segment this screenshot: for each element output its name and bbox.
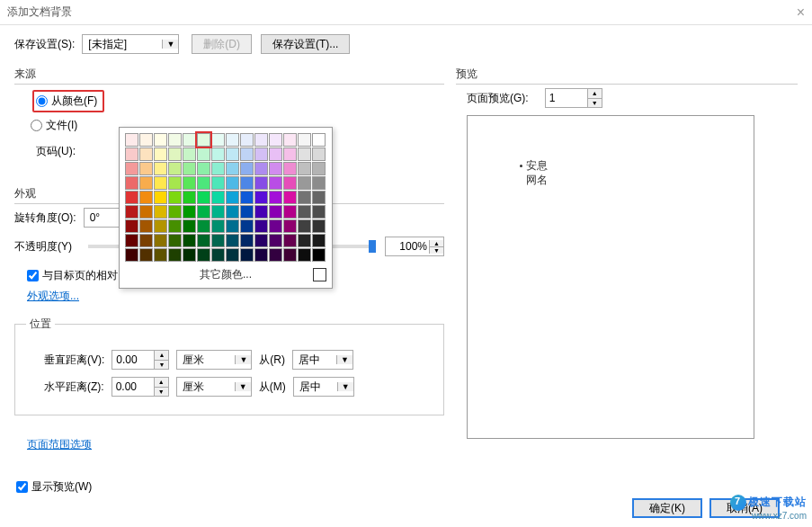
color-swatch[interactable] bbox=[254, 191, 268, 204]
color-swatch[interactable] bbox=[240, 133, 254, 147]
color-swatch[interactable] bbox=[154, 219, 167, 233]
color-swatch[interactable] bbox=[211, 133, 225, 147]
color-swatch[interactable] bbox=[269, 133, 282, 147]
color-swatch[interactable] bbox=[211, 219, 225, 233]
color-swatch[interactable] bbox=[298, 191, 311, 204]
color-swatch[interactable] bbox=[312, 162, 326, 175]
color-swatch[interactable] bbox=[197, 205, 210, 219]
close-icon[interactable]: × bbox=[797, 4, 805, 21]
color-swatch[interactable] bbox=[125, 219, 138, 233]
color-swatch[interactable] bbox=[283, 176, 297, 190]
color-swatch[interactable] bbox=[183, 219, 196, 233]
color-swatch[interactable] bbox=[197, 191, 210, 204]
color-swatch[interactable] bbox=[211, 248, 225, 262]
color-swatch[interactable] bbox=[168, 205, 182, 219]
color-swatch[interactable] bbox=[125, 133, 138, 147]
color-swatch[interactable] bbox=[269, 219, 282, 233]
color-swatch[interactable] bbox=[125, 234, 138, 247]
color-swatch[interactable] bbox=[139, 162, 153, 175]
color-swatch[interactable] bbox=[197, 162, 210, 175]
color-swatch[interactable] bbox=[139, 176, 153, 190]
color-swatch[interactable] bbox=[211, 205, 225, 219]
color-swatch[interactable] bbox=[283, 191, 297, 204]
color-swatch[interactable] bbox=[269, 234, 282, 247]
color-swatch[interactable] bbox=[154, 234, 167, 247]
color-swatch[interactable] bbox=[254, 176, 268, 190]
color-swatch[interactable] bbox=[269, 176, 282, 190]
color-swatch[interactable] bbox=[168, 176, 182, 190]
color-swatch[interactable] bbox=[226, 133, 239, 147]
color-swatch[interactable] bbox=[269, 248, 282, 262]
color-swatch[interactable] bbox=[139, 248, 153, 262]
color-swatch[interactable] bbox=[312, 219, 326, 233]
color-swatch[interactable] bbox=[226, 191, 239, 204]
color-swatch[interactable] bbox=[183, 133, 196, 147]
spin-down-icon[interactable]: ▼ bbox=[155, 361, 168, 370]
color-swatch[interactable] bbox=[154, 248, 167, 262]
color-swatch[interactable] bbox=[254, 162, 268, 175]
vdist-input[interactable]: ▲▼ bbox=[112, 350, 169, 370]
page-preview-value[interactable] bbox=[546, 89, 587, 107]
opacity-input[interactable]: ▲▼ bbox=[385, 237, 444, 256]
color-swatch[interactable] bbox=[197, 219, 210, 233]
color-swatch[interactable] bbox=[125, 205, 138, 219]
color-swatch[interactable] bbox=[154, 176, 167, 190]
spin-down-icon[interactable]: ▼ bbox=[588, 99, 602, 108]
color-swatch[interactable] bbox=[283, 205, 297, 219]
from-color-radio[interactable] bbox=[36, 95, 48, 107]
color-swatch[interactable] bbox=[197, 248, 210, 262]
spin-down-icon[interactable]: ▼ bbox=[155, 388, 168, 397]
color-swatch[interactable] bbox=[168, 162, 182, 175]
color-swatch[interactable] bbox=[226, 162, 239, 175]
color-swatch[interactable] bbox=[269, 205, 282, 219]
spin-up-icon[interactable]: ▲ bbox=[155, 378, 168, 388]
color-swatch[interactable] bbox=[240, 191, 254, 204]
color-swatch[interactable] bbox=[197, 133, 210, 147]
color-swatch[interactable] bbox=[283, 219, 297, 233]
color-swatch[interactable] bbox=[283, 133, 297, 147]
color-swatch[interactable] bbox=[168, 133, 182, 147]
color-swatch[interactable] bbox=[139, 191, 153, 204]
color-swatch[interactable] bbox=[240, 219, 254, 233]
color-swatch[interactable] bbox=[254, 234, 268, 247]
color-swatch[interactable] bbox=[226, 147, 239, 161]
color-swatch[interactable] bbox=[125, 176, 138, 190]
color-swatch[interactable] bbox=[183, 205, 196, 219]
appearance-options-link[interactable]: 外观选项... bbox=[27, 289, 79, 304]
color-swatch[interactable] bbox=[139, 147, 153, 161]
show-preview-checkbox[interactable] bbox=[16, 481, 28, 493]
color-swatch[interactable] bbox=[226, 205, 239, 219]
color-swatch[interactable] bbox=[312, 234, 326, 247]
color-swatch[interactable] bbox=[139, 205, 153, 219]
color-swatch[interactable] bbox=[125, 162, 138, 175]
color-swatch[interactable] bbox=[168, 248, 182, 262]
color-swatch[interactable] bbox=[226, 234, 239, 247]
color-swatch[interactable] bbox=[183, 162, 196, 175]
color-swatch[interactable] bbox=[183, 176, 196, 190]
color-swatch[interactable] bbox=[298, 133, 311, 147]
color-swatch[interactable] bbox=[312, 205, 326, 219]
vdist-unit-select[interactable]: 厘米▼ bbox=[176, 350, 252, 370]
color-swatch[interactable] bbox=[168, 219, 182, 233]
color-swatch[interactable] bbox=[240, 147, 254, 161]
color-swatch[interactable] bbox=[240, 234, 254, 247]
vdist-value[interactable] bbox=[112, 351, 154, 369]
color-swatch[interactable] bbox=[254, 248, 268, 262]
color-swatch[interactable] bbox=[211, 162, 225, 175]
page-range-link[interactable]: 页面范围选项 bbox=[27, 437, 92, 452]
color-swatch[interactable] bbox=[240, 248, 254, 262]
color-swatch[interactable] bbox=[154, 205, 167, 219]
color-swatch[interactable] bbox=[254, 133, 268, 147]
color-swatch[interactable] bbox=[240, 162, 254, 175]
spin-up-icon[interactable]: ▲ bbox=[430, 240, 443, 247]
color-swatch[interactable] bbox=[139, 219, 153, 233]
color-swatch[interactable] bbox=[226, 176, 239, 190]
color-swatch[interactable] bbox=[254, 205, 268, 219]
spin-up-icon[interactable]: ▲ bbox=[588, 89, 602, 99]
color-swatch[interactable] bbox=[226, 248, 239, 262]
from-file-radio[interactable] bbox=[31, 120, 42, 131]
spin-up-icon[interactable]: ▲ bbox=[155, 351, 168, 361]
color-swatch[interactable] bbox=[312, 248, 326, 262]
color-swatch[interactable] bbox=[269, 191, 282, 204]
color-swatch[interactable] bbox=[298, 147, 311, 161]
